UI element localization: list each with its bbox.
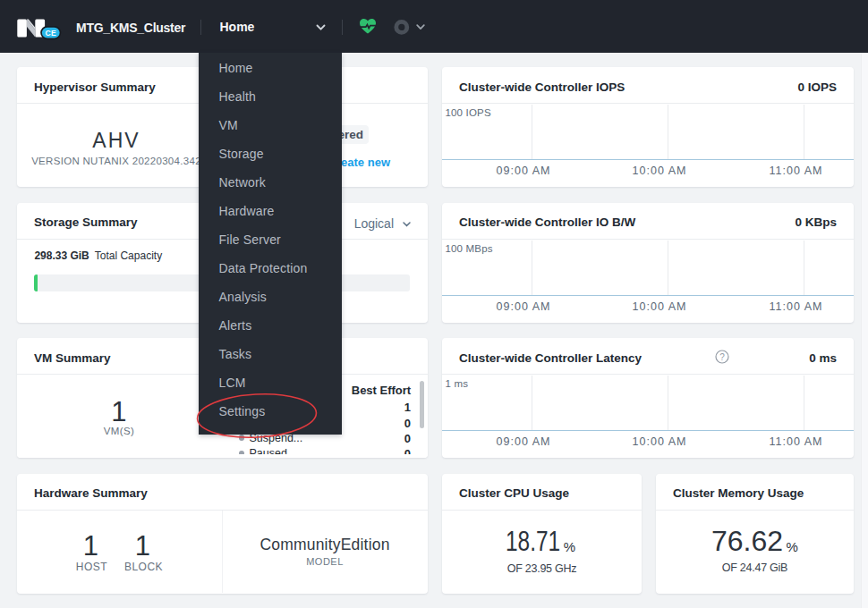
svg-text:CE: CE xyxy=(45,29,56,38)
svg-text:?: ? xyxy=(719,352,725,362)
